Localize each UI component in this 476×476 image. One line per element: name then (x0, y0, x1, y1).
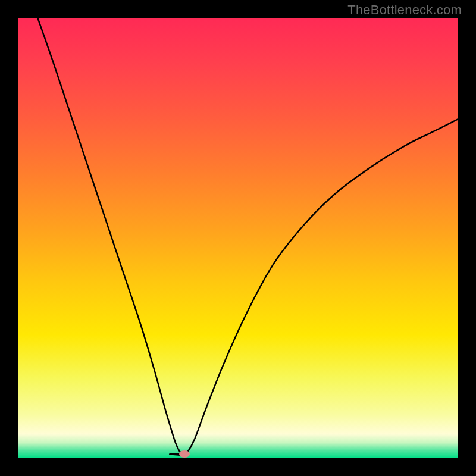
chart-frame: TheBottleneck.com (0, 0, 476, 476)
curve-right-branch (185, 119, 458, 455)
watermark-label: TheBottleneck.com (347, 2, 462, 18)
curve-left-branch (37, 18, 185, 456)
plot-area (18, 18, 458, 458)
curve-overlay (18, 18, 458, 458)
